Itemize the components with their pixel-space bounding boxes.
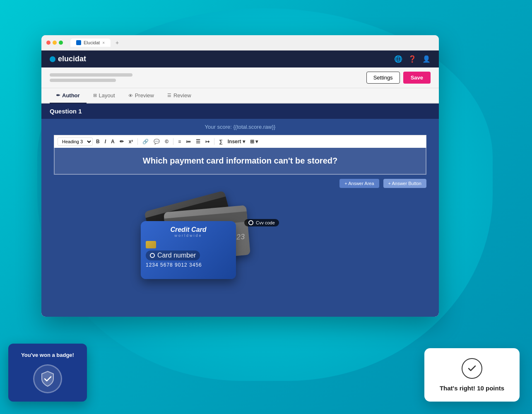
browser-chrome: Elucidat × + bbox=[41, 35, 439, 51]
question-header: Question 1 bbox=[50, 108, 82, 115]
browser-dots bbox=[46, 41, 63, 45]
tab-close-icon[interactable]: × bbox=[102, 41, 105, 45]
toolbar-buttons: Settings Save bbox=[366, 72, 431, 84]
table-button[interactable]: ⊞ ▾ bbox=[248, 138, 260, 145]
rte-toolbar: Heading 3 B I A ✏ x² 🔗 💬 © ≡ ≔ ☰ ↦ ∑ Ins… bbox=[54, 135, 426, 148]
text-color-button[interactable]: A bbox=[109, 138, 116, 145]
header-icons: 🌐 ❓ 👤 bbox=[394, 55, 431, 63]
align-button[interactable]: ≡ bbox=[176, 138, 183, 145]
badge-icon bbox=[33, 364, 62, 393]
answer-area-button[interactable]: + Answer Area bbox=[339, 179, 379, 188]
answer-button-button[interactable]: + Answer Button bbox=[383, 179, 426, 188]
save-button[interactable]: Save bbox=[403, 72, 431, 84]
cvv-label[interactable]: Cvv code bbox=[244, 219, 279, 226]
badge-popup: You've won a badge! bbox=[8, 344, 87, 402]
toolbar-lines bbox=[50, 73, 132, 82]
page-wrapper: Elucidat × + elucidat 🌐 ❓ 👤 S bbox=[0, 0, 532, 414]
dot-red[interactable] bbox=[46, 41, 51, 45]
score-text: Your score: {{total.score.raw}} bbox=[41, 119, 439, 135]
heading-select[interactable]: Heading 3 bbox=[58, 137, 93, 146]
correct-check-icon bbox=[462, 358, 482, 379]
special-char-button[interactable]: © bbox=[163, 138, 170, 145]
answer-buttons: + Answer Area + Answer Button bbox=[54, 179, 426, 188]
score-label: Your score: {{total.score.raw}} bbox=[205, 124, 276, 130]
cvv-text: Cvv code bbox=[256, 220, 275, 225]
browser-tab[interactable]: Elucidat × bbox=[70, 39, 111, 47]
logo-text: elucidat bbox=[58, 55, 86, 63]
cvv-radio bbox=[248, 220, 253, 225]
ordered-list-button[interactable]: ≔ bbox=[184, 138, 193, 145]
correct-text: That's right! 10 points bbox=[433, 385, 511, 392]
preview-icon: 👁 bbox=[128, 93, 133, 98]
card-front: Credit Card worldwide Card number 1234 5… bbox=[141, 221, 236, 279]
toolbar-line-1 bbox=[50, 73, 132, 77]
toolbar-area: Settings Save bbox=[41, 67, 439, 88]
tab-add-icon[interactable]: + bbox=[116, 39, 119, 46]
rte-divider-2 bbox=[173, 138, 173, 145]
review-icon: ☰ bbox=[167, 93, 171, 98]
cards-area: 123 Credit Card worldwide Card number 12… bbox=[41, 196, 439, 304]
author-icon: ✏ bbox=[56, 93, 60, 98]
user-icon[interactable]: 👤 bbox=[422, 55, 431, 63]
card-number-display: 1234 5678 9012 3456 bbox=[146, 262, 231, 268]
tab-layout[interactable]: ⊞ Layout bbox=[87, 88, 122, 104]
globe-icon[interactable]: 🌐 bbox=[394, 55, 402, 63]
indent-button[interactable]: ↦ bbox=[204, 138, 211, 145]
tab-layout-label: Layout bbox=[99, 92, 115, 99]
tab-preview[interactable]: 👁 Preview bbox=[122, 88, 161, 104]
card-number-label[interactable]: Card number bbox=[146, 250, 200, 260]
nav-tabs: ✏ Author ⊞ Layout 👁 Preview ☰ Review bbox=[41, 88, 439, 104]
rte-divider-3 bbox=[214, 138, 214, 145]
logo-dot bbox=[50, 56, 55, 62]
question-text: Which payment card information can't be … bbox=[63, 156, 417, 166]
card-title: Credit Card bbox=[146, 226, 231, 233]
comment-button[interactable]: 💬 bbox=[152, 138, 161, 145]
dot-yellow[interactable] bbox=[53, 41, 57, 45]
question-bar: Question 1 bbox=[41, 104, 439, 119]
app-header: elucidat 🌐 ❓ 👤 bbox=[41, 51, 439, 67]
unordered-list-button[interactable]: ☰ bbox=[194, 138, 202, 145]
settings-button[interactable]: Settings bbox=[366, 72, 400, 84]
card-number-text: Card number bbox=[157, 252, 196, 259]
question-content[interactable]: Which payment card information can't be … bbox=[54, 148, 426, 175]
badge-title: You've won a badge! bbox=[17, 352, 79, 358]
tab-preview-label: Preview bbox=[135, 92, 154, 99]
toolbar-line-2 bbox=[50, 79, 116, 82]
insert-button[interactable]: Insert ▾ bbox=[226, 138, 247, 145]
superscript-button[interactable]: x² bbox=[127, 138, 135, 145]
correct-popup: That's right! 10 points bbox=[424, 348, 520, 402]
tab-author-label: Author bbox=[62, 92, 80, 99]
italic-button[interactable]: I bbox=[103, 138, 108, 145]
help-icon[interactable]: ❓ bbox=[408, 55, 416, 63]
card-number-radio bbox=[150, 253, 155, 258]
tab-review[interactable]: ☰ Review bbox=[161, 88, 198, 104]
dot-green[interactable] bbox=[59, 41, 63, 45]
bold-button[interactable]: B bbox=[94, 138, 101, 145]
tab-label: Elucidat bbox=[84, 40, 100, 45]
card-subtitle: worldwide bbox=[146, 233, 231, 238]
content-area: Question 1 Your score: {{total.score.raw… bbox=[41, 104, 439, 317]
rte-divider-1 bbox=[137, 138, 138, 145]
highlight-button[interactable]: ✏ bbox=[118, 138, 125, 145]
link-button[interactable]: 🔗 bbox=[141, 138, 150, 145]
card-chip bbox=[146, 241, 156, 248]
browser-window: Elucidat × + elucidat 🌐 ❓ 👤 S bbox=[41, 35, 439, 317]
tab-author[interactable]: ✏ Author bbox=[50, 88, 87, 104]
tab-review-label: Review bbox=[173, 92, 191, 99]
logo-area: elucidat bbox=[50, 55, 86, 63]
tab-favicon bbox=[76, 40, 81, 45]
layout-icon: ⊞ bbox=[93, 93, 97, 98]
equation-button[interactable]: ∑ bbox=[217, 138, 224, 145]
